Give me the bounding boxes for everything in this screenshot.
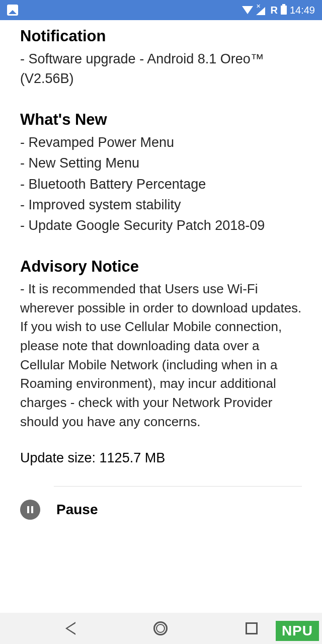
- notification-text: - Software upgrade - Android 8.1 Oreo™ (…: [20, 49, 302, 89]
- signal-icon: ✕: [256, 5, 267, 15]
- notification-title: Notification: [20, 27, 302, 45]
- status-bar: ✕ R 14:49: [0, 0, 322, 20]
- npu-watermark: NPU: [276, 621, 319, 641]
- advisory-text: - It is recommended that Users use Wi-Fi…: [20, 280, 302, 432]
- advisory-section: Advisory Notice - It is recommended that…: [20, 258, 302, 432]
- status-left: [7, 5, 18, 16]
- whats-new-item: - Improved system stability: [20, 195, 302, 215]
- whats-new-item: - Revamped Power Menu: [20, 133, 302, 152]
- whats-new-section: What's New - Revamped Power Menu - New S…: [20, 111, 302, 235]
- status-right: ✕ R 14:49: [242, 5, 315, 16]
- pause-label: Pause: [56, 502, 98, 518]
- clock-time: 14:49: [290, 5, 315, 16]
- home-button[interactable]: [153, 621, 168, 635]
- battery-icon: [281, 6, 287, 15]
- whats-new-title: What's New: [20, 111, 302, 129]
- photos-notification-icon: [7, 5, 18, 16]
- advisory-title: Advisory Notice: [20, 258, 302, 276]
- roaming-indicator: R: [270, 5, 277, 16]
- recent-apps-button[interactable]: [246, 622, 258, 634]
- update-size: Update size: 1125.7 MB: [20, 450, 302, 466]
- notification-section: Notification - Software upgrade - Androi…: [20, 27, 302, 89]
- back-button[interactable]: [64, 621, 75, 635]
- whats-new-item: - New Setting Menu: [20, 153, 302, 173]
- whats-new-item: - Update Google Security Patch 2018-09: [20, 216, 302, 235]
- update-content[interactable]: Notification - Software upgrade - Androi…: [0, 20, 322, 533]
- navigation-bar: [0, 613, 322, 644]
- whats-new-item: - Bluetooth Battery Percentage: [20, 175, 302, 194]
- pause-icon: [20, 500, 40, 520]
- wifi-icon: [242, 6, 253, 14]
- pause-button[interactable]: Pause: [20, 487, 302, 533]
